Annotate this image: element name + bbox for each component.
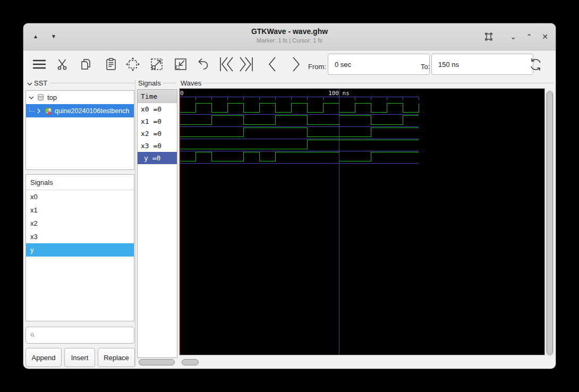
close-button[interactable]: ✕ [540,32,550,41]
wave-canvas[interactable]: 0100 ns [180,89,544,355]
tree-item-testbench[interactable]: quine20240106testbench [26,104,134,117]
signal-browser-header: Signals [26,175,134,190]
shift-right-button[interactable] [290,56,302,72]
to-input[interactable] [431,54,533,75]
append-button[interactable]: Append [25,348,62,367]
chevron-left-icon [267,56,278,72]
list-item-x3[interactable]: x3 [26,230,134,243]
scissors-icon [56,58,68,71]
waveform-plot: 0100 ns [180,89,544,355]
testbench-icon [44,107,53,115]
window-title: GTKWave - wave.ghw [23,27,556,36]
zoom-in-button[interactable] [149,56,164,72]
pane-splitter[interactable] [135,80,135,367]
skip-to-start-icon [218,56,235,72]
reload-icon [529,57,543,72]
zoom-to-end-button[interactable] [237,56,254,72]
wave-vscrollbar-track[interactable] [546,90,554,356]
copy-icon [79,57,92,71]
zoom-out-button[interactable] [173,56,188,72]
tree-item-top[interactable]: top [26,91,134,104]
tree-connector [29,107,35,112]
paste-button[interactable] [104,56,118,72]
signal-search-box [25,327,134,344]
trace-label-x3[interactable]: x3 =0 [138,140,177,152]
list-item-x2[interactable]: x2 [26,217,134,230]
trace-label-x2[interactable]: x2 =0 [138,127,177,140]
to-label: To: [421,63,430,71]
tree-expander-closed-icon[interactable] [36,108,42,114]
zoom-expand-icon [150,57,164,71]
fullscreen-icon [484,32,493,41]
trace-label-y[interactable]: y =0 [138,152,177,164]
time-header: Time [138,90,177,103]
wave-vscrollbar-thumb[interactable] [547,91,553,355]
tree-item-label: quine20240106testbench [55,107,134,115]
svg-text:0: 0 [180,90,184,97]
from-input[interactable] [328,54,430,75]
fullscreen-button[interactable] [484,32,493,41]
sst-collapse-icon[interactable] [27,80,33,87]
zoom-fit-icon [125,57,140,72]
wave-hscrollbar-thumb[interactable] [182,359,199,365]
signals-frame-label: Signals [138,79,161,87]
list-item-x0[interactable]: x0 [26,190,134,203]
minimize-button[interactable]: ⌄ [508,32,518,41]
sst-tree-panel: top quine20240106testbench [25,90,134,170]
tree-item-label: top [47,93,57,101]
trace-label-x1[interactable]: x1 =0 [138,115,177,127]
reload-button[interactable] [528,56,543,72]
gtkwave-window: ▲ ▼ GTKWave - wave.ghw Marker: 1 fs | Cu… [23,23,556,369]
cut-button[interactable] [56,56,69,72]
skip-to-end-icon [237,56,254,72]
trace-label-x0[interactable]: x0 =0 [138,103,177,115]
list-item-x1[interactable]: x1 [26,203,134,217]
signal-name-panel: Time x0 =0 x1 =0 x2 =0 x3 =0 y =0 [137,89,177,358]
sst-frame-label: SST [34,79,47,87]
list-item-y[interactable]: y [26,243,134,257]
replace-button[interactable]: Replace [98,348,135,367]
hamburger-icon [32,58,47,70]
module-icon [37,93,45,101]
search-icon [30,331,35,339]
from-label: From: [308,63,326,71]
marker-cursor-status: Marker: 1 fs | Cursor: 1 fs [23,37,556,44]
clipboard-icon [105,57,117,71]
shift-left-button[interactable] [267,56,278,72]
zoom-to-start-button[interactable] [218,56,235,72]
chevron-right-icon [291,56,301,72]
undo-button[interactable] [196,56,210,72]
undo-icon [196,57,210,71]
copy-button[interactable] [79,56,92,72]
zoom-fit-button[interactable] [125,56,140,72]
signal-panel-hscrollbar[interactable] [139,359,175,365]
menu-button[interactable] [31,56,47,72]
tree-expander-open-icon[interactable] [28,95,35,101]
insert-button[interactable]: Insert [64,348,95,367]
zoom-shrink-icon [174,57,188,71]
maximize-button[interactable]: ⌃ [524,32,534,41]
titlebar: ▲ ▼ GTKWave - wave.ghw Marker: 1 fs | Cu… [23,23,556,50]
search-input[interactable] [38,328,134,343]
signal-browser-panel: Signals x0 x1 x2 x3 y [25,174,134,321]
waves-frame-label: Waves [181,79,201,87]
